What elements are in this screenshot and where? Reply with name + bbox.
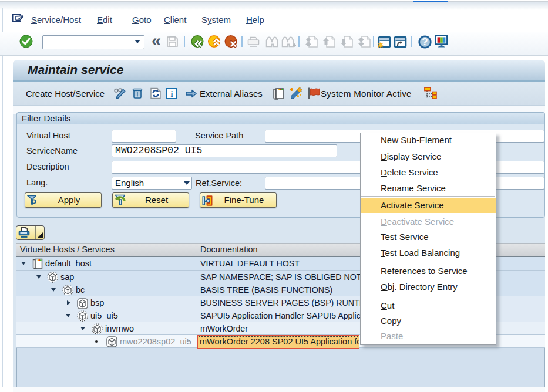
svg-text:i: i — [171, 90, 173, 99]
svg-text:?: ? — [422, 36, 428, 48]
